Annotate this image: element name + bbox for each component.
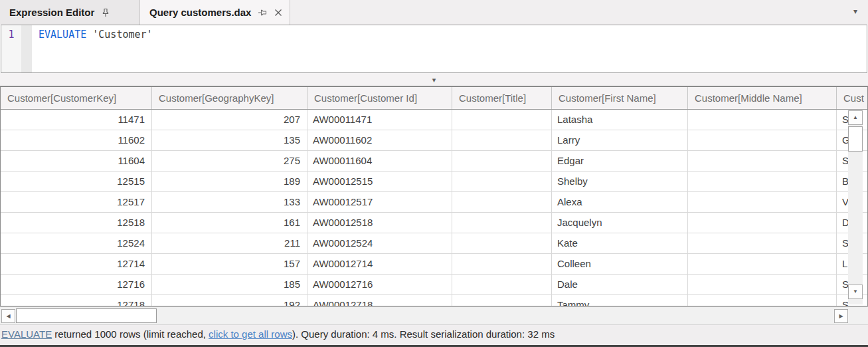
- table-cell[interactable]: Edgar: [552, 151, 688, 172]
- table-cell[interactable]: [688, 151, 837, 172]
- table-cell[interactable]: AW00012517: [307, 192, 452, 213]
- table-cell[interactable]: 211: [152, 233, 307, 254]
- table-cell[interactable]: 11471: [1, 110, 152, 130]
- column-header[interactable]: Customer[CustomerKey]: [1, 87, 152, 109]
- table-cell[interactable]: [452, 254, 552, 275]
- table-cell[interactable]: Tammy: [552, 295, 688, 306]
- table-cell[interactable]: 12515: [1, 172, 152, 192]
- chevron-down-icon[interactable]: ▾: [853, 7, 857, 16]
- table-cell[interactable]: [688, 172, 837, 192]
- column-header[interactable]: Customer[GeographyKey]: [152, 87, 307, 109]
- table-cell[interactable]: [688, 192, 837, 213]
- table-cell[interactable]: [452, 275, 552, 295]
- table-cell[interactable]: 12524: [1, 233, 152, 254]
- editor-margin: [21, 25, 32, 72]
- table-cell[interactable]: AW00011604: [307, 151, 452, 172]
- table-cell[interactable]: AW00012716: [307, 275, 452, 295]
- table-cell[interactable]: 192: [152, 295, 307, 306]
- line-number: 1: [8, 29, 14, 41]
- table-cell[interactable]: 11602: [1, 130, 152, 151]
- results-grid: Customer[CustomerKey]Customer[GeographyK…: [0, 86, 868, 306]
- table-cell[interactable]: AW00012714: [307, 254, 452, 275]
- table-cell[interactable]: Kate: [552, 233, 688, 254]
- table-cell[interactable]: [688, 233, 837, 254]
- table-cell[interactable]: 185: [152, 275, 307, 295]
- pin-icon[interactable]: [101, 8, 110, 17]
- table-cell[interactable]: [452, 213, 552, 233]
- table-cell[interactable]: 12716: [1, 275, 152, 295]
- table-cell[interactable]: 12518: [1, 213, 152, 233]
- column-header[interactable]: Customer[Middle Name]: [688, 87, 837, 109]
- tab-bar: Expression Editor Query customers.dax ▾: [0, 0, 868, 25]
- get-all-rows-link[interactable]: click to get all rows: [209, 328, 292, 340]
- status-bar: EVALUATE returned 1000 rows (limit reach…: [0, 324, 868, 347]
- table-cell[interactable]: [688, 254, 837, 275]
- table-cell[interactable]: Shelby: [552, 172, 688, 192]
- close-icon[interactable]: [274, 8, 283, 17]
- editor-results-splitter[interactable]: ▾: [0, 73, 868, 86]
- table-cell[interactable]: 12517: [1, 192, 152, 213]
- table-cell[interactable]: [452, 192, 552, 213]
- table-cell[interactable]: [688, 213, 837, 233]
- table-cell[interactable]: [452, 151, 552, 172]
- table-cell[interactable]: 135: [152, 130, 307, 151]
- table-cell[interactable]: AW00012518: [307, 213, 452, 233]
- table-cell[interactable]: Larry: [552, 130, 688, 151]
- table-cell[interactable]: [688, 130, 837, 151]
- table-cell[interactable]: AW00011471: [307, 110, 452, 130]
- table-row: 11604275AW00011604EdgarS: [1, 151, 867, 172]
- table-cell[interactable]: 157: [152, 254, 307, 275]
- table-cell[interactable]: AW00012515: [307, 172, 452, 192]
- table-cell[interactable]: 11604: [1, 151, 152, 172]
- table-cell[interactable]: Dale: [552, 275, 688, 295]
- tab-query-customers[interactable]: Query customers.dax: [140, 0, 290, 25]
- horizontal-scroll-thumb[interactable]: [16, 308, 157, 323]
- unpin-icon[interactable]: [258, 8, 267, 17]
- status-text-returned: returned 1000 rows (limit reached,: [52, 328, 209, 340]
- table-cell[interactable]: [452, 295, 552, 306]
- code-line[interactable]: EVALUATE 'Customer': [32, 25, 867, 72]
- table-cell[interactable]: 161: [152, 213, 307, 233]
- table-cell[interactable]: 189: [152, 172, 307, 192]
- table-cell[interactable]: [688, 110, 837, 130]
- horizontal-scrollbar[interactable]: ◀ ▶: [0, 306, 868, 324]
- tab-query-customers-label: Query customers.dax: [149, 7, 251, 18]
- scroll-right-button[interactable]: ▶: [834, 309, 848, 323]
- table-cell[interactable]: [452, 110, 552, 130]
- table-cell[interactable]: 133: [152, 192, 307, 213]
- tab-expression-editor[interactable]: Expression Editor: [0, 0, 140, 25]
- collapse-icon[interactable]: ▾: [432, 76, 436, 84]
- code-editor[interactable]: 1 EVALUATE 'Customer': [1, 25, 867, 73]
- table-cell[interactable]: [452, 172, 552, 192]
- table-cell[interactable]: Alexa: [552, 192, 688, 213]
- table-cell[interactable]: Colleen: [552, 254, 688, 275]
- scroll-down-button[interactable]: ▼: [848, 285, 863, 299]
- evaluate-link[interactable]: EVALUATE: [1, 328, 52, 340]
- column-header[interactable]: Customer[Title]: [452, 87, 552, 109]
- column-header[interactable]: Customer[First Name]: [552, 87, 688, 109]
- table-cell[interactable]: 207: [152, 110, 307, 130]
- scroll-left-button[interactable]: ◀: [1, 309, 15, 323]
- table-row: 11471207AW00011471LatashaS: [1, 110, 867, 130]
- table-cell[interactable]: [688, 275, 837, 295]
- table-cell[interactable]: [452, 130, 552, 151]
- table-cell[interactable]: 12718: [1, 295, 152, 306]
- table-cell[interactable]: 12714: [1, 254, 152, 275]
- table-row: 12716185AW00012716DaleS: [1, 275, 867, 295]
- table-cell[interactable]: 275: [152, 151, 307, 172]
- table-cell[interactable]: [688, 295, 837, 306]
- column-header[interactable]: Cust: [837, 87, 868, 109]
- vertical-scroll-thumb[interactable]: [848, 126, 863, 152]
- table-cell[interactable]: [452, 233, 552, 254]
- table-cell[interactable]: Latasha: [552, 110, 688, 130]
- table-cell[interactable]: AW00011602: [307, 130, 452, 151]
- dax-table-literal: 'Customer': [92, 29, 152, 41]
- column-header[interactable]: Customer[Customer Id]: [307, 87, 452, 109]
- table-cell[interactable]: AW00012524: [307, 233, 452, 254]
- vertical-scrollbar[interactable]: ▲ ▼: [848, 110, 863, 304]
- scroll-up-button[interactable]: ▲: [848, 110, 863, 125]
- table-row: 12524211AW00012524KateS: [1, 233, 867, 254]
- table-cell[interactable]: Jacquelyn: [552, 213, 688, 233]
- dax-query-window: Expression Editor Query customers.dax ▾ …: [0, 0, 868, 347]
- table-cell[interactable]: AW00012718: [307, 295, 452, 306]
